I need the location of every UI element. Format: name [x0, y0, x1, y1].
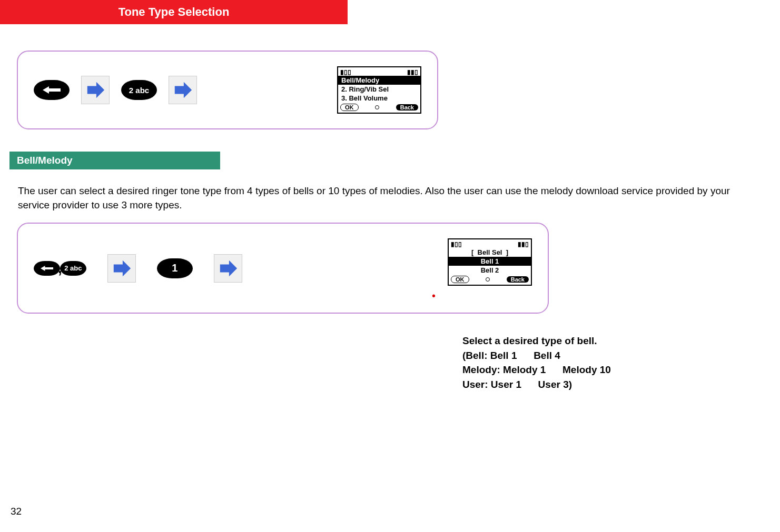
softkey-ok: OK [451, 276, 469, 283]
nav-dot-icon [375, 105, 379, 109]
instruction-block: Select a desired type of bell. (Bell: Be… [462, 334, 780, 392]
diagram-box-2: , 2 abc 1 ▮▯▯ ▮▮▯ [ Bell Sel ] Bell 1 Be… [17, 223, 549, 314]
section-header: Tone Type Selection [0, 0, 348, 24]
svg-marker-0 [43, 86, 61, 94]
keypad-1-label: 1 [172, 262, 177, 274]
battery-icon: ▮▮▯ [518, 240, 529, 248]
phone-screen-menu: ▮▯▯ ▮▮▯ Bell/Melody 2. Ring/Vib Sel 3. B… [337, 66, 421, 114]
svg-marker-5 [220, 260, 237, 276]
keypad-2-icon: 2 abc [121, 80, 157, 100]
menu-item-bell-melody: Bell/Melody [338, 76, 420, 85]
keypad-2-label: 2 abc [129, 86, 149, 95]
arrow-right-icon [81, 76, 110, 104]
arrow-right-icon [169, 76, 197, 104]
instruction-line: Select a desired type of bell. [462, 334, 780, 348]
menu-key-icon [34, 261, 60, 276]
instruction-line: Melody: Melody 1 Melody 10 [462, 363, 780, 377]
screen-title: [ Bell Sel ] [449, 248, 531, 257]
arrow-right-icon [107, 254, 136, 283]
menu-key-icon [34, 80, 70, 100]
red-dot-marker: • [432, 290, 516, 302]
option-bell-2: Bell 2 [449, 266, 531, 275]
svg-marker-3 [41, 266, 53, 271]
battery-icon: ▮▮▯ [407, 68, 418, 76]
softkey-ok: OK [340, 104, 359, 111]
section-header-text: Tone Type Selection [119, 5, 230, 18]
keypad-1-icon: 1 [157, 258, 193, 278]
signal-icon: ▮▯▯ [340, 68, 351, 76]
option-bell-1: Bell 1 [449, 257, 531, 266]
subsection-header-text: Bell/Melody [17, 155, 73, 166]
subsection-header: Bell/Melody [9, 152, 220, 169]
softkey-back: Back [396, 104, 418, 111]
phone-screen-bell-sel: ▮▯▯ ▮▮▯ [ Bell Sel ] Bell 1 Bell 2 OK Ba… [448, 238, 532, 286]
signal-icon: ▮▯▯ [451, 240, 462, 248]
page-number: 32 [11, 506, 22, 517]
instruction-line: (Bell: Bell 1 Bell 4 [462, 348, 780, 363]
svg-marker-1 [87, 82, 104, 98]
svg-marker-4 [114, 260, 131, 276]
instruction-line: User: User 1 User 3) [462, 377, 780, 392]
diagram-box-1: 2 abc ▮▯▯ ▮▮▯ Bell/Melody 2. Ring/Vib Se… [17, 51, 438, 129]
menu-item-ring-vib: 2. Ring/Vib Sel [338, 85, 420, 94]
softkey-back: Back [507, 276, 529, 283]
intro-paragraph: The user can select a desired ringer ton… [18, 184, 755, 212]
keypad-2-icon: 2 abc [60, 261, 86, 276]
svg-marker-2 [175, 82, 192, 98]
nav-dot-icon [486, 277, 490, 282]
keypad-2-label: 2 abc [64, 264, 82, 272]
menu-item-bell-volume: 3. Bell Volume [338, 94, 420, 103]
arrow-right-icon [214, 254, 242, 283]
